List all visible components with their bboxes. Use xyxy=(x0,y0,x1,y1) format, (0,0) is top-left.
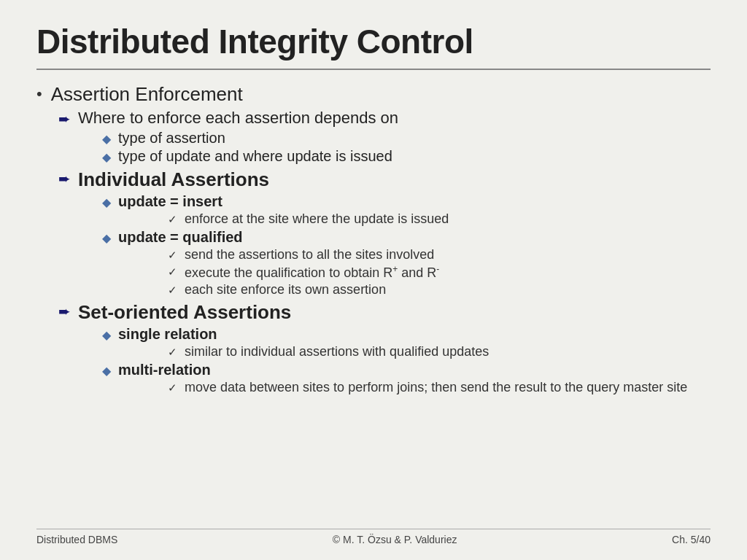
diamond-row-3a: ◆ single relation xyxy=(102,326,711,343)
check-row-2a-0: ✓ enforce at the site where the update i… xyxy=(168,211,711,227)
diamond-row-1a: ◆ type of assertion xyxy=(102,130,711,147)
check-icon-3a-0: ✓ xyxy=(168,346,177,359)
footer-right: Ch. 5/40 xyxy=(672,534,711,545)
check-text-2a-0: enforce at the site where the update is … xyxy=(185,211,449,227)
diamond-section-2b: ◆ update = qualified ✓ send the assertio… xyxy=(102,229,711,298)
check-row-2b-0: ✓ send the assertions to all the sites i… xyxy=(168,247,711,262)
check-text-2b-1: execute the qualification to obtain R+ a… xyxy=(185,264,439,281)
arrow-section-2: ➨ Individual Assertions ◆ update = inser… xyxy=(58,168,711,298)
check-text-3a-0: similar to individual assertions with qu… xyxy=(185,344,489,359)
footer: Distributed DBMS © M. T. Özsu & P. Valdu… xyxy=(36,529,711,545)
diamond-row-2b: ◆ update = qualified xyxy=(102,229,711,246)
check-row-2b-1: ✓ execute the qualification to obtain R+… xyxy=(168,264,711,281)
diamond-icon-1a: ◆ xyxy=(102,132,111,146)
diamond-text-3a: single relation xyxy=(118,326,217,343)
slide-content: • Assertion Enforcement ➨ Where to enfor… xyxy=(36,83,711,529)
diamond-icon-2b: ◆ xyxy=(102,231,111,245)
arrow-text-1: Where to enforce each assertion depends … xyxy=(78,109,398,128)
check-icon-3b-0: ✓ xyxy=(168,381,177,394)
check-text-2b-2: each site enforce its own assertion xyxy=(185,282,386,298)
slide-container: Distributed Integrity Control • Assertio… xyxy=(0,0,747,560)
arrow-icon-2: ➨ xyxy=(58,170,71,187)
check-section-3b: ✓ move data between sites to perform joi… xyxy=(168,380,711,395)
diamond-icon-2a: ◆ xyxy=(102,195,111,209)
diamond-icon-3a: ◆ xyxy=(102,328,111,342)
arrow-text-3: Set-oriented Assertions xyxy=(78,301,291,324)
diamond-row-3b: ◆ multi-relation xyxy=(102,362,711,378)
check-section-2a: ✓ enforce at the site where the update i… xyxy=(168,211,711,227)
diamond-text-3b: multi-relation xyxy=(118,362,211,378)
title-divider xyxy=(36,69,711,70)
diamond-text-1a: type of assertion xyxy=(118,130,225,147)
arrow-row-1: ➨ Where to enforce each assertion depend… xyxy=(58,109,711,128)
bullet-dot-icon: • xyxy=(36,85,42,104)
check-icon-2b-2: ✓ xyxy=(168,284,177,297)
arrow-row-3: ➨ Set-oriented Assertions xyxy=(58,301,711,324)
slide-title: Distributed Integrity Control xyxy=(36,22,711,61)
diamond-section-1: ◆ type of assertion ◆ type of update and… xyxy=(102,130,711,165)
main-bullet-text: Assertion Enforcement xyxy=(51,83,243,106)
diamond-text-2a: update = insert xyxy=(118,193,222,210)
diamond-text-2b: update = qualified xyxy=(118,229,243,246)
check-row-3a-0: ✓ similar to individual assertions with … xyxy=(168,344,711,359)
check-icon-2b-1: ✓ xyxy=(168,265,177,279)
check-section-2b: ✓ send the assertions to all the sites i… xyxy=(168,247,711,298)
check-text-2b-0: send the assertions to all the sites inv… xyxy=(185,247,434,262)
check-section-3a: ✓ similar to individual assertions with … xyxy=(168,344,711,359)
diamond-section-2a: ◆ update = insert ✓ enforce at the site … xyxy=(102,193,711,227)
arrow-icon-1: ➨ xyxy=(58,110,71,128)
check-icon-2b-0: ✓ xyxy=(168,249,177,262)
diamond-row-2a: ◆ update = insert xyxy=(102,193,711,210)
diamond-row-1b: ◆ type of update and where update is iss… xyxy=(102,148,711,165)
diamond-section-3b: ◆ multi-relation ✓ move data between sit… xyxy=(102,362,711,395)
arrow-row-2: ➨ Individual Assertions xyxy=(58,168,711,191)
check-row-3b-0: ✓ move data between sites to perform joi… xyxy=(168,380,711,395)
diamond-section-3a: ◆ single relation ✓ similar to individua… xyxy=(102,326,711,359)
check-row-2b-2: ✓ each site enforce its own assertion xyxy=(168,282,711,298)
arrow-icon-3: ➨ xyxy=(58,303,71,320)
footer-center: © M. T. Özsu & P. Valduriez xyxy=(333,534,457,545)
diamond-icon-3b: ◆ xyxy=(102,364,111,378)
check-text-3b-0: move data between sites to perform joins… xyxy=(185,380,687,395)
footer-left: Distributed DBMS xyxy=(36,534,117,545)
check-icon-2a-0: ✓ xyxy=(168,213,177,226)
arrow-section-3: ➨ Set-oriented Assertions ◆ single relat… xyxy=(58,301,711,395)
main-bullet: • Assertion Enforcement xyxy=(36,83,711,106)
arrow-text-2: Individual Assertions xyxy=(78,168,269,191)
arrow-section-1: ➨ Where to enforce each assertion depend… xyxy=(58,109,711,165)
diamond-text-1b: type of update and where update is issue… xyxy=(118,148,392,165)
diamond-icon-1b: ◆ xyxy=(102,150,111,164)
